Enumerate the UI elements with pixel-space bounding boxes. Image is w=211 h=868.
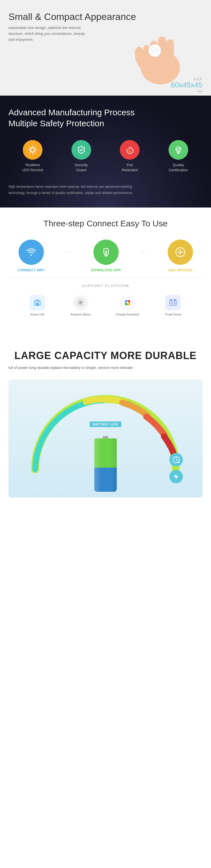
svg-line-16 bbox=[35, 147, 36, 147]
platform-label-smart-life: Smart Life bbox=[30, 313, 44, 316]
svg-rect-5 bbox=[144, 45, 150, 66]
battery-charge-icon bbox=[169, 470, 183, 483]
battery-title: LARGE CAPACITY MORE DURABLE bbox=[8, 350, 203, 362]
features-row: RealtimeLED Remind SecurityGuard bbox=[8, 140, 203, 173]
hand-image bbox=[121, 6, 200, 84]
step-label-download: DOWNLOAD APP bbox=[91, 268, 121, 272]
svg-line-17 bbox=[29, 152, 30, 153]
connect-title: Three-step Connect Easy To Use bbox=[8, 219, 203, 228]
size-value: 60x45x45 bbox=[171, 81, 203, 89]
platform-icon-smart-life bbox=[30, 295, 45, 310]
dots-1: ··· bbox=[64, 248, 72, 256]
feature-item-quality: QualityCertification bbox=[159, 140, 198, 173]
section-connect: Three-step Connect Easy To Use CONNECT W… bbox=[0, 208, 211, 339]
svg-rect-34 bbox=[36, 303, 38, 305]
feature-icon-security bbox=[71, 140, 91, 160]
feature-item-fire: FireRetardant bbox=[110, 140, 149, 173]
battery-time-icon bbox=[169, 453, 183, 466]
step-circle-wifi bbox=[19, 240, 44, 265]
size-label: SIZE 60x45x45 mm bbox=[171, 77, 203, 93]
svg-point-18 bbox=[128, 150, 131, 153]
step-circle-add bbox=[168, 240, 193, 265]
feature-label-led: RealtimeLED Remind bbox=[22, 162, 43, 173]
compact-description: reasonable size design, optimize the int… bbox=[8, 25, 87, 42]
svg-rect-22 bbox=[177, 152, 180, 153]
feature-label-security: SecurityGuard bbox=[74, 162, 88, 173]
platform-icon-alexa bbox=[73, 295, 88, 310]
section-manufacturing: Advanced Manufacturing Process Multiple … bbox=[0, 96, 211, 208]
section-compact: Small & Compact Appearance reasonable si… bbox=[0, 0, 211, 96]
svg-point-24 bbox=[31, 254, 32, 256]
steps-row: CONNECT WIFI ··· DOWNLOAD APP ··· bbox=[8, 240, 203, 272]
feature-label-fire: FireRetardant bbox=[122, 162, 138, 173]
platform-label-tmall: Tmall Genie bbox=[164, 313, 181, 316]
svg-line-15 bbox=[35, 152, 36, 153]
platform-icon-google bbox=[120, 295, 135, 310]
size-unit: mm bbox=[171, 89, 203, 93]
step-label-wifi: CONNECT WIFI bbox=[18, 268, 44, 272]
manufacturing-title: Advanced Manufacturing Process Multiple … bbox=[8, 107, 203, 129]
battery-label: BATTERY LIFE bbox=[89, 422, 121, 427]
size-text: SIZE bbox=[171, 77, 203, 81]
platform-amazon-alexa: Amazon Alexa bbox=[71, 295, 90, 316]
svg-point-7 bbox=[150, 46, 159, 55]
svg-rect-51 bbox=[174, 299, 176, 300]
battery-visual: BATTERY LIFE bbox=[8, 379, 203, 497]
manufacturing-desc: High temperature flame retardant shell m… bbox=[8, 184, 149, 196]
platform-title: SUPPORT PLATFORM bbox=[17, 284, 194, 288]
step-label-add: ADD DEVICES bbox=[168, 268, 193, 272]
platform-section: SUPPORT PLATFORM Smart Life bbox=[8, 278, 203, 327]
platform-icon-tmall bbox=[165, 295, 181, 310]
svg-rect-45 bbox=[170, 300, 176, 305]
svg-line-54 bbox=[176, 460, 178, 461]
step-download: DOWNLOAD APP bbox=[91, 240, 121, 272]
platform-label-google: Google Assistant bbox=[116, 313, 139, 316]
svg-rect-50 bbox=[170, 299, 172, 300]
section-battery: LARGE CAPACITY MORE DURABLE full of powe… bbox=[0, 339, 211, 509]
feature-label-quality: QualityCertification bbox=[169, 162, 188, 173]
step-circle-download bbox=[93, 240, 119, 265]
svg-point-38 bbox=[80, 302, 81, 303]
step-add-devices: ADD DEVICES bbox=[168, 240, 193, 272]
step-wifi: CONNECT WIFI bbox=[18, 240, 44, 272]
feature-item-security: SecurityGuard bbox=[62, 140, 101, 173]
feature-icon-quality bbox=[169, 140, 188, 160]
svg-line-14 bbox=[29, 147, 30, 147]
platform-row: Smart Life Amazon Alexa bbox=[17, 295, 194, 316]
dots-2: ··· bbox=[140, 248, 148, 256]
platform-smart-life: Smart Life bbox=[30, 295, 45, 316]
svg-point-9 bbox=[31, 148, 34, 152]
platform-label-alexa: Amazon Alexa bbox=[71, 313, 90, 316]
platform-google-assistant: Google Assistant bbox=[116, 295, 139, 316]
svg-marker-55 bbox=[174, 474, 178, 479]
svg-point-44 bbox=[126, 302, 128, 304]
svg-rect-2 bbox=[166, 39, 174, 65]
feature-icon-led bbox=[23, 140, 42, 160]
feature-item-led: RealtimeLED Remind bbox=[13, 140, 52, 173]
feature-icon-fire bbox=[120, 140, 140, 160]
battery-description: full of power long durable,replace the b… bbox=[8, 364, 203, 371]
platform-tmall-genie: Tmall Genie bbox=[164, 295, 181, 316]
